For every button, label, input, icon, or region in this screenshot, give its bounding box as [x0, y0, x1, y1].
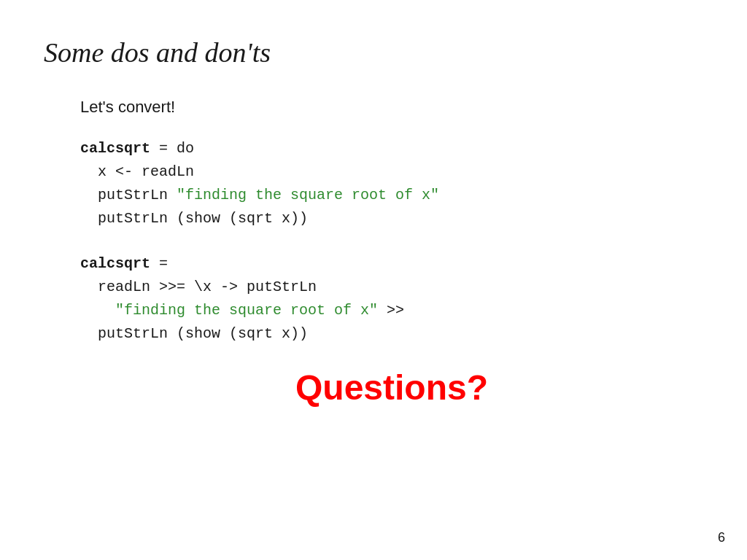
slide: Some dos and don'ts Let's convert! calcs…	[0, 0, 747, 560]
code-keyword-2: calcsqrt	[80, 255, 150, 272]
code-line-5: calcsqrt =	[80, 252, 703, 276]
code-line-6: readLn >>= \x -> putStrLn	[80, 276, 703, 299]
code-line-8: putStrLn (show (sqrt x))	[80, 322, 703, 346]
code-keyword-1: calcsqrt	[80, 140, 150, 157]
code-line-1: calcsqrt = do	[80, 137, 703, 160]
code-line-3: putStrLn "finding the square root of x"	[80, 184, 703, 207]
page-number: 6	[718, 530, 725, 545]
code-block-2: calcsqrt = readLn >>= \x -> putStrLn "fi…	[80, 252, 703, 346]
slide-title: Some dos and don'ts	[44, 36, 703, 69]
intro-text: Let's convert!	[80, 98, 703, 117]
questions-label: Questions?	[80, 368, 703, 408]
code-line-7: "finding the square root of x" >>	[80, 299, 703, 322]
code-line-4: putStrLn (show (sqrt x))	[80, 207, 703, 230]
slide-content: Let's convert! calcsqrt = do x <- readLn…	[44, 98, 703, 408]
code-block-1: calcsqrt = do x <- readLn putStrLn "find…	[80, 137, 703, 230]
code-line-2: x <- readLn	[80, 160, 703, 184]
